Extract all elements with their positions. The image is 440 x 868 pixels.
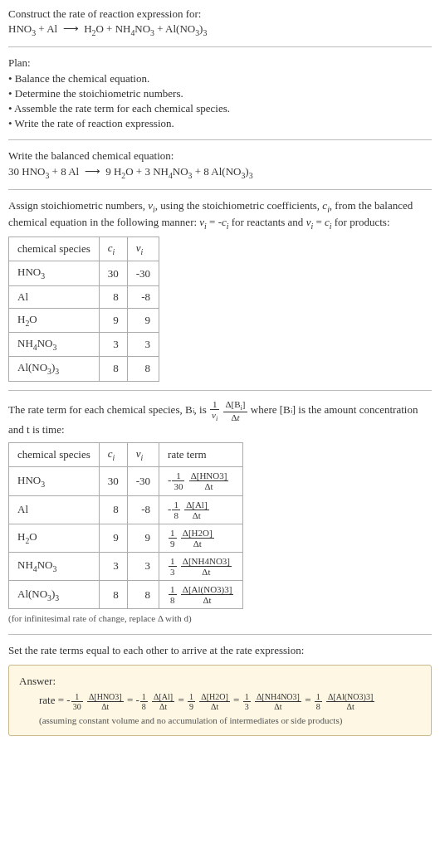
- cell-c: 8: [99, 357, 127, 381]
- frac-dBi-dt: Δ[Bi]Δt: [223, 399, 247, 422]
- cell-rate-term: 18 Δ[Al(NO3)3]Δt: [159, 581, 243, 609]
- answer-assumption: (assuming constant volume and no accumul…: [39, 714, 421, 727]
- rate-term-table: chemical species ci νi rate term HNO3 30…: [8, 442, 243, 609]
- table-header-row: chemical species ci νi rate term: [9, 443, 243, 467]
- cell-v: 9: [127, 308, 159, 332]
- col-species: chemical species: [9, 237, 100, 261]
- cell-species: Al: [9, 285, 100, 308]
- divider: [8, 634, 432, 635]
- divider: [8, 46, 432, 47]
- stoich-text: Assign stoichiometric numbers, νi, using…: [8, 198, 432, 232]
- cell-rate-term: 19 Δ[H2O]Δt: [159, 524, 243, 552]
- cell-c: 8: [99, 581, 127, 609]
- table-row: Al(NO3)388: [9, 357, 159, 381]
- cell-c: 3: [99, 333, 127, 357]
- frac-1-over-vi: 1νi: [210, 399, 219, 422]
- cell-v: 3: [127, 333, 159, 357]
- rate-term-text: The rate term for each chemical species,…: [8, 399, 432, 438]
- cell-v: 9: [127, 524, 159, 552]
- table-row: H2O 9 9 19 Δ[H2O]Δt: [9, 524, 243, 552]
- table-row: HNO330-30: [9, 261, 159, 285]
- table-row: NH4NO3 3 3 13 Δ[NH4NO3]Δt: [9, 552, 243, 580]
- answer-rate-expression: rate = -130 Δ[HNO3]Δt = -18 Δ[Al]Δt = 19…: [39, 692, 421, 711]
- cell-v: 8: [127, 581, 159, 609]
- cell-v: -30: [127, 261, 159, 285]
- cell-rate-term: -18 Δ[Al]Δt: [159, 495, 243, 524]
- divider: [8, 189, 432, 190]
- cell-rate-term: 13 Δ[NH4NO3]Δt: [159, 552, 243, 580]
- col-vi: νi: [127, 443, 159, 467]
- answer-box: Answer: rate = -130 Δ[HNO3]Δt = -18 Δ[Al…: [8, 665, 432, 737]
- col-ci: ci: [99, 443, 127, 467]
- intro-equation: HNO3 + Al ⟶ H2O + NH4NO3 + Al(NO3)3: [8, 22, 432, 38]
- cell-v: 3: [127, 552, 159, 580]
- rate-term-text-a: The rate term for each chemical species,…: [8, 403, 209, 416]
- answer-heading: Answer:: [19, 674, 421, 689]
- balanced-equation: 30 HNO3 + 8 Al ⟶ 9 H2O + 3 NH4NO3 + 8 Al…: [8, 164, 432, 181]
- cell-rate-term: -130 Δ[HNO3]Δt: [159, 467, 243, 495]
- stoich-table: chemical species ci νi HNO330-30 Al8-8 H…: [8, 237, 159, 381]
- col-species: chemical species: [9, 443, 100, 467]
- divider: [8, 390, 432, 391]
- inf-note: (for infinitesimal rate of change, repla…: [8, 612, 432, 625]
- cell-c: 9: [99, 524, 127, 552]
- cell-species: Al(NO3)3: [9, 357, 100, 381]
- table-row: Al8-8: [9, 285, 159, 308]
- cell-species: HNO3: [9, 261, 100, 285]
- cell-v: -30: [127, 467, 159, 495]
- cell-c: 8: [99, 285, 127, 308]
- cell-species: HNO3: [9, 467, 100, 495]
- table-row: HNO3 30 -30 -130 Δ[HNO3]Δt: [9, 467, 243, 495]
- cell-c: 9: [99, 308, 127, 332]
- col-rate-term: rate term: [159, 443, 243, 467]
- table-row: H2O99: [9, 308, 159, 332]
- plan-item: • Write the rate of reaction expression.: [8, 116, 432, 131]
- table-row: Al(NO3)3 8 8 18 Δ[Al(NO3)3]Δt: [9, 581, 243, 609]
- plan-item: • Balance the chemical equation.: [8, 71, 432, 86]
- plan-item: • Determine the stoichiometric numbers.: [8, 86, 432, 101]
- balanced-heading: Write the balanced chemical equation:: [8, 149, 432, 163]
- intro-construct: Construct the rate of reaction expressio…: [8, 7, 432, 22]
- cell-species: H2O: [9, 524, 100, 552]
- plan-heading: Plan:: [8, 56, 432, 71]
- plan-item: • Assemble the rate term for each chemic…: [8, 101, 432, 116]
- cell-species: Al: [9, 495, 100, 524]
- cell-v: 8: [127, 357, 159, 381]
- cell-species: H2O: [9, 308, 100, 332]
- table-row: NH4NO333: [9, 333, 159, 357]
- table-row: Al 8 -8 -18 Δ[Al]Δt: [9, 495, 243, 524]
- cell-c: 8: [99, 495, 127, 524]
- cell-species: NH4NO3: [9, 333, 100, 357]
- col-vi: νi: [127, 237, 159, 261]
- cell-v: -8: [127, 285, 159, 308]
- cell-c: 30: [99, 261, 127, 285]
- table-header-row: chemical species ci νi: [9, 237, 159, 261]
- cell-c: 30: [99, 467, 127, 495]
- set-equal-text: Set the rate terms equal to each other t…: [8, 643, 432, 658]
- rate-prefix: rate =: [39, 695, 66, 707]
- cell-c: 3: [99, 552, 127, 580]
- col-ci: ci: [99, 237, 127, 261]
- cell-species: NH4NO3: [9, 552, 100, 580]
- cell-species: Al(NO3)3: [9, 581, 100, 609]
- cell-v: -8: [127, 495, 159, 524]
- divider: [8, 139, 432, 140]
